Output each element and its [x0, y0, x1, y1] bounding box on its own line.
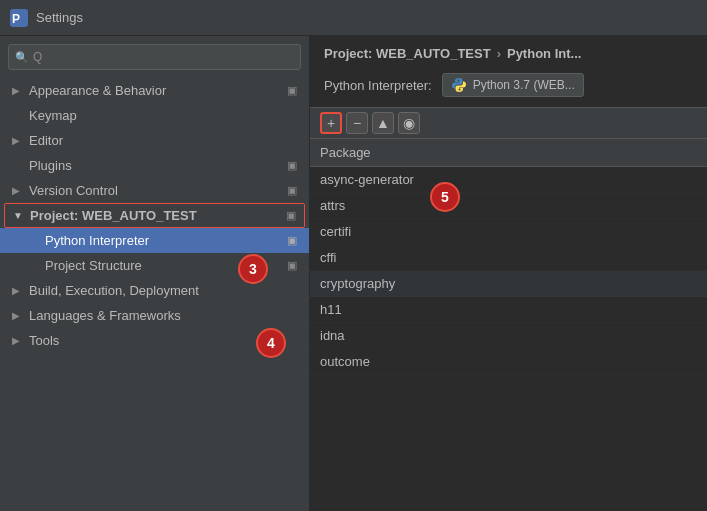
- sidebar-item-label: Languages & Frameworks: [29, 308, 297, 323]
- minus-icon: −: [353, 116, 361, 130]
- sidebar-item-editor[interactable]: ▶ Editor: [0, 128, 309, 153]
- chevron-down-icon: ▼: [13, 210, 25, 221]
- sidebar: 🔍 Q ▶ Appearance & Behavior ▣ Keymap ▶: [0, 36, 310, 511]
- package-table: Package async-generator attrs certifi cf…: [310, 139, 707, 511]
- sidebar-item-appearance[interactable]: ▶ Appearance & Behavior ▣: [0, 78, 309, 103]
- sidebar-item-tools[interactable]: ▶ Tools: [0, 328, 309, 353]
- sidebar-item-python-interpreter[interactable]: Python Interpreter ▣: [0, 228, 309, 253]
- package-name: cryptography: [320, 276, 395, 291]
- sidebar-item-label: Build, Execution, Deployment: [29, 283, 297, 298]
- sidebar-item-project[interactable]: ▼ Project: WEB_AUTO_TEST ▣: [4, 203, 305, 228]
- package-column-header: Package: [310, 139, 707, 167]
- list-item[interactable]: h11: [310, 297, 707, 323]
- plus-icon: +: [327, 116, 335, 130]
- python-logo-icon: [451, 77, 467, 93]
- breadcrumb: Project: WEB_AUTO_TEST › Python Int...: [310, 36, 707, 67]
- list-item[interactable]: attrs: [310, 193, 707, 219]
- app-icon: P: [10, 9, 28, 27]
- list-item[interactable]: cffi: [310, 245, 707, 271]
- search-box[interactable]: 🔍 Q: [8, 44, 301, 70]
- breadcrumb-page: Python Int...: [507, 46, 581, 61]
- package-name: certifi: [320, 224, 351, 239]
- breadcrumb-chevron-icon: ›: [497, 46, 501, 61]
- chevron-icon: ▶: [12, 85, 24, 96]
- chevron-icon: ▶: [12, 310, 24, 321]
- sidebar-item-label: Project: WEB_AUTO_TEST: [30, 208, 282, 223]
- main-layout: 🔍 Q ▶ Appearance & Behavior ▣ Keymap ▶: [0, 36, 707, 511]
- list-item[interactable]: async-generator: [310, 167, 707, 193]
- upgrade-package-button[interactable]: ▲: [372, 112, 394, 134]
- package-name: h11: [320, 302, 342, 317]
- package-name: async-generator: [320, 172, 414, 187]
- interpreter-dropdown[interactable]: Python 3.7 (WEB...: [442, 73, 584, 97]
- interpreter-row: Python Interpreter: Python 3.7 (WEB...: [310, 67, 707, 107]
- package-name: idna: [320, 328, 345, 343]
- chevron-icon: ▶: [12, 135, 24, 146]
- packages-toolbar: + − ▲ ◉: [310, 107, 707, 139]
- breadcrumb-project: Project: WEB_AUTO_TEST: [324, 46, 491, 61]
- chevron-icon: ▶: [12, 185, 24, 196]
- sidebar-item-label: Appearance & Behavior: [29, 83, 283, 98]
- vcs-icon: ▣: [287, 184, 297, 197]
- list-item[interactable]: cryptography: [310, 271, 707, 297]
- sidebar-content: ▶ Appearance & Behavior ▣ Keymap ▶ Edito…: [0, 78, 309, 511]
- right-panel: Project: WEB_AUTO_TEST › Python Int... P…: [310, 36, 707, 511]
- sidebar-item-label: Tools: [29, 333, 297, 348]
- list-item[interactable]: outcome: [310, 349, 707, 375]
- up-arrow-icon: ▲: [376, 116, 390, 130]
- interpreter-value: Python 3.7 (WEB...: [473, 78, 575, 92]
- title-bar: P Settings: [0, 0, 707, 36]
- package-name: attrs: [320, 198, 345, 213]
- interpreter-icon: ▣: [287, 234, 297, 247]
- list-item[interactable]: certifi: [310, 219, 707, 245]
- sidebar-item-label: Python Interpreter: [45, 233, 283, 248]
- chevron-icon: ▶: [12, 335, 24, 346]
- sidebar-item-languages[interactable]: ▶ Languages & Frameworks: [0, 303, 309, 328]
- search-placeholder: Q: [33, 50, 42, 64]
- show-package-button[interactable]: ◉: [398, 112, 420, 134]
- package-name: cffi: [320, 250, 336, 265]
- sidebar-item-keymap[interactable]: Keymap: [0, 103, 309, 128]
- search-icon: 🔍: [15, 51, 29, 64]
- sidebar-item-label: Version Control: [29, 183, 283, 198]
- sidebar-item-label: Keymap: [29, 108, 297, 123]
- svg-text:P: P: [12, 12, 20, 26]
- sidebar-item-plugins[interactable]: Plugins ▣: [0, 153, 309, 178]
- project-icon: ▣: [286, 209, 296, 222]
- interpreter-label: Python Interpreter:: [324, 78, 432, 93]
- sidebar-item-project-structure[interactable]: Project Structure ▣: [0, 253, 309, 278]
- sidebar-item-version-control[interactable]: ▶ Version Control ▣: [0, 178, 309, 203]
- package-name: outcome: [320, 354, 370, 369]
- sidebar-item-label: Project Structure: [45, 258, 283, 273]
- plugin-icon: ▣: [287, 159, 297, 172]
- sidebar-item-build[interactable]: ▶ Build, Execution, Deployment: [0, 278, 309, 303]
- add-package-button[interactable]: +: [320, 112, 342, 134]
- window-title: Settings: [36, 10, 83, 25]
- sidebar-item-label: Editor: [29, 133, 297, 148]
- sidebar-item-label: Plugins: [29, 158, 283, 173]
- remove-package-button[interactable]: −: [346, 112, 368, 134]
- eye-icon: ◉: [403, 116, 415, 130]
- settings-icon: ▣: [287, 84, 297, 97]
- structure-icon: ▣: [287, 259, 297, 272]
- list-item[interactable]: idna: [310, 323, 707, 349]
- chevron-icon: ▶: [12, 285, 24, 296]
